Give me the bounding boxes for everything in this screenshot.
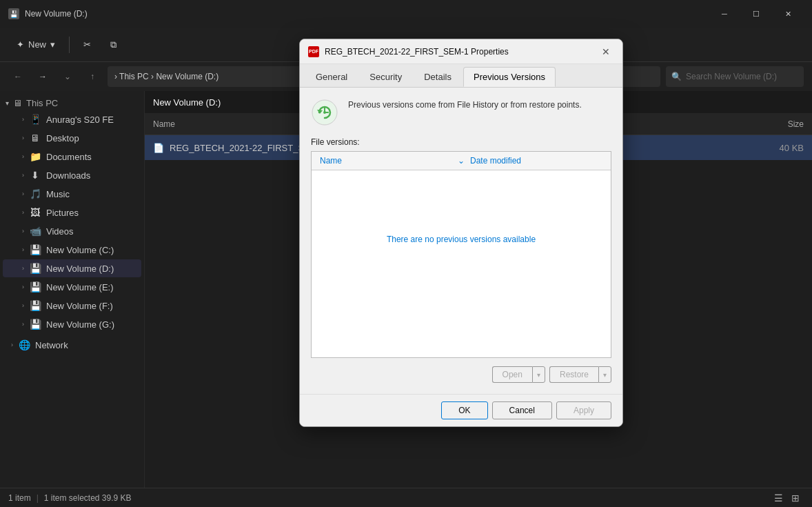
new-icon: ✦ — [17, 39, 24, 50]
file-versions-table[interactable]: Name ⌄ Date modified There are no previo… — [311, 151, 611, 358]
tab-details[interactable]: Details — [414, 67, 462, 87]
new-button[interactable]: ✦ New ▾ — [8, 35, 63, 54]
tab-security[interactable]: Security — [359, 67, 412, 87]
drive-icon: 💾 — [30, 300, 41, 311]
this-pc-icon: 🖥 — [13, 98, 22, 108]
apply-button[interactable]: Apply — [556, 401, 611, 419]
chevron-icon: › — [22, 246, 24, 253]
sidebar-item-desktop[interactable]: › 🖥 Desktop — [3, 129, 141, 147]
sidebar-item-volume-d[interactable]: › 💾 New Volume (D:) — [3, 259, 141, 277]
restore-button[interactable]: ☐ — [740, 0, 772, 28]
sidebar-label: Videos — [46, 226, 74, 237]
breadcrumb-text: New Volume (D:) — [153, 97, 221, 108]
chevron-icon: › — [22, 209, 24, 216]
copy-button[interactable]: ⧉ — [102, 35, 125, 54]
music-icon: 🎵 — [30, 188, 41, 199]
restore-icon — [311, 99, 338, 126]
grid-view-button[interactable]: ⊞ — [787, 491, 804, 505]
drive-icon: 💾 — [30, 263, 41, 274]
this-pc-label: This PC — [26, 98, 58, 108]
sidebar-label: Network — [35, 340, 68, 350]
up-button[interactable]: ↑ — [83, 67, 102, 86]
col-name: Name — [317, 155, 455, 167]
sidebar-item-s20fe[interactable]: › 📱 Anurag's S20 FE — [3, 110, 141, 128]
chevron-icon: › — [22, 321, 24, 328]
network-icon: 🌐 — [19, 339, 30, 350]
sidebar-label: Anurag's S20 FE — [46, 115, 114, 125]
dialog-footer: OK Cancel Apply — [300, 394, 622, 426]
address-path: › This PC › New Volume (D:) — [114, 72, 219, 81]
drive-icon: 💾 — [30, 244, 41, 255]
sidebar-item-volume-g[interactable]: › 💾 New Volume (G:) — [3, 315, 141, 333]
sidebar-item-network[interactable]: › 🌐 Network — [3, 336, 141, 354]
dialog-body: Previous versions come from File History… — [300, 88, 622, 394]
phone-icon: 📱 — [30, 114, 41, 125]
pictures-icon: 🖼 — [30, 207, 41, 218]
properties-dialog: PDF REG_BTECH_2021-22_FIRST_SEM-1 Proper… — [299, 39, 623, 427]
search-placeholder: Search New Volume (D:) — [686, 72, 777, 81]
drive-icon: 💾 — [30, 281, 41, 292]
sidebar-label: Downloads — [46, 170, 90, 181]
dialog-title-bar: PDF REG_BTECH_2021-22_FIRST_SEM-1 Proper… — [300, 39, 622, 64]
list-view-button[interactable]: ☰ — [770, 491, 787, 505]
cancel-button[interactable]: Cancel — [492, 401, 552, 419]
back-button[interactable]: ← — [8, 67, 28, 86]
restore-split-button: Restore ▾ — [549, 366, 611, 383]
sidebar-group-this-pc[interactable]: ▾ 🖥 This PC — [0, 94, 144, 110]
downloads-icon: ⬇ — [30, 170, 41, 181]
no-versions-message: There are no previous versions available — [312, 170, 611, 308]
open-arrow-button[interactable]: ▾ — [532, 366, 545, 383]
forward-button[interactable]: → — [33, 67, 52, 86]
tab-general[interactable]: General — [305, 67, 358, 87]
restore-arrow-button[interactable]: ▾ — [598, 366, 611, 383]
dialog-info-row: Previous versions come from File History… — [311, 99, 611, 126]
tab-previous-versions[interactable]: Previous Versions — [463, 67, 556, 87]
chevron-icon: › — [22, 302, 24, 309]
status-bar: 1 item | 1 item selected 39.9 KB ☰ ⊞ — [0, 488, 812, 507]
open-button[interactable]: Open — [492, 366, 532, 383]
sidebar-item-volume-e[interactable]: › 💾 New Volume (E:) — [3, 278, 141, 296]
sidebar-item-downloads[interactable]: › ⬇ Downloads — [3, 166, 141, 184]
file-versions-label: File versions: — [311, 137, 611, 147]
chevron-icon: › — [22, 190, 24, 197]
chevron-icon: › — [22, 116, 24, 123]
minimize-button[interactable]: ─ — [709, 0, 740, 28]
chevron-icon: › — [11, 341, 13, 348]
sidebar-label: Documents — [46, 152, 92, 162]
ok-button[interactable]: OK — [441, 401, 487, 419]
sidebar-label: New Volume (E:) — [46, 282, 114, 292]
sidebar-item-documents[interactable]: › 📁 Documents — [3, 148, 141, 166]
column-size: Size — [749, 119, 804, 129]
sidebar-item-volume-f[interactable]: › 💾 New Volume (F:) — [3, 297, 141, 315]
dialog-close-button[interactable]: ✕ — [598, 43, 614, 60]
selected-info: 1 item selected 39.9 KB — [44, 493, 132, 503]
new-label: New — [28, 39, 46, 50]
restore-button[interactable]: Restore — [549, 366, 598, 383]
title-bar-icon: 💾 — [8, 8, 19, 19]
cut-button[interactable]: ✂ — [75, 35, 99, 54]
sidebar-item-volume-c[interactable]: › 💾 New Volume (C:) — [3, 241, 141, 259]
chevron-icon: › — [22, 284, 24, 290]
toolbar-separator — [69, 37, 70, 53]
copy-icon: ⧉ — [110, 39, 116, 50]
sidebar: ▾ 🖥 This PC › 📱 Anurag's S20 FE › 🖥 Desk… — [0, 91, 145, 488]
chevron-icon: › — [22, 228, 24, 235]
chevron-icon: › — [22, 172, 24, 179]
sidebar-label: New Volume (C:) — [46, 245, 114, 255]
sidebar-label: New Volume (G:) — [46, 319, 114, 330]
sidebar-label: Pictures — [46, 208, 79, 218]
down-arrow-button[interactable]: ⌄ — [58, 67, 77, 86]
sidebar-item-music[interactable]: › 🎵 Music — [3, 185, 141, 203]
dialog-action-row: Open ▾ Restore ▾ — [311, 366, 611, 383]
sidebar-label: Desktop — [46, 133, 79, 143]
search-box[interactable]: 🔍 Search New Volume (D:) — [666, 66, 804, 87]
title-bar: 💾 New Volume (D:) ─ ☐ ✕ — [0, 0, 812, 28]
videos-icon: 📹 — [30, 226, 41, 237]
close-button[interactable]: ✕ — [772, 0, 804, 28]
documents-icon: 📁 — [30, 151, 41, 162]
sidebar-item-videos[interactable]: › 📹 Videos — [3, 222, 141, 240]
dialog-tabs: General Security Details Previous Versio… — [300, 64, 622, 88]
sidebar-item-pictures[interactable]: › 🖼 Pictures — [3, 203, 141, 221]
chevron-icon: › — [22, 135, 24, 141]
cut-icon: ✂ — [83, 39, 91, 50]
